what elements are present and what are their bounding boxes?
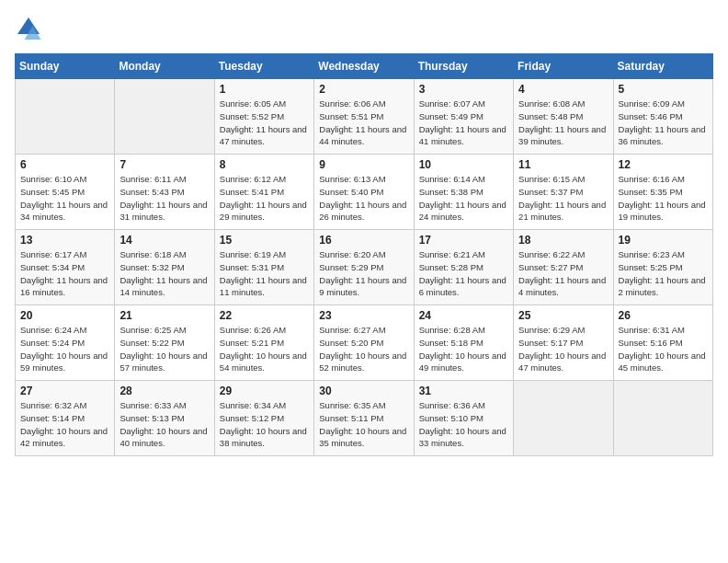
day-info: Sunrise: 6:08 AMSunset: 5:48 PMDaylight:… <box>518 98 608 148</box>
day-info: Sunrise: 6:20 AMSunset: 5:29 PMDaylight:… <box>319 248 408 299</box>
calendar-cell: 8Sunrise: 6:12 AMSunset: 5:41 PMDaylight… <box>214 155 313 230</box>
calendar-header: SundayMondayTuesdayWednesdayThursdayFrid… <box>16 54 713 79</box>
calendar-week: 1Sunrise: 6:05 AMSunset: 5:52 PMDaylight… <box>16 79 713 155</box>
day-info: Sunrise: 6:31 AMSunset: 5:16 PMDaylight:… <box>619 324 708 374</box>
calendar-week: 13Sunrise: 6:17 AMSunset: 5:34 PMDayligh… <box>16 230 713 305</box>
day-number: 30 <box>319 385 408 397</box>
calendar-cell: 25Sunrise: 6:29 AMSunset: 5:17 PMDayligh… <box>514 305 613 381</box>
calendar-table: SundayMondayTuesdayWednesdayThursdayFrid… <box>15 53 713 456</box>
day-info: Sunrise: 6:35 AMSunset: 5:11 PMDaylight:… <box>319 399 408 450</box>
day-number: 14 <box>119 234 209 247</box>
day-number: 16 <box>319 234 408 247</box>
calendar-cell: 21Sunrise: 6:25 AMSunset: 5:22 PMDayligh… <box>115 305 214 381</box>
calendar-cell: 3Sunrise: 6:07 AMSunset: 5:49 PMDaylight… <box>414 79 513 155</box>
page-header <box>15 15 713 42</box>
day-number: 12 <box>619 158 708 171</box>
day-info: Sunrise: 6:36 AMSunset: 5:10 PMDaylight:… <box>419 399 508 450</box>
calendar-cell: 18Sunrise: 6:22 AMSunset: 5:27 PMDayligh… <box>514 230 613 305</box>
calendar-cell: 4Sunrise: 6:08 AMSunset: 5:48 PMDaylight… <box>514 79 613 155</box>
day-number: 4 <box>518 83 608 96</box>
calendar-cell: 13Sunrise: 6:17 AMSunset: 5:34 PMDayligh… <box>16 230 115 305</box>
logo <box>15 15 44 42</box>
calendar-cell: 26Sunrise: 6:31 AMSunset: 5:16 PMDayligh… <box>613 305 712 381</box>
calendar-cell: 9Sunrise: 6:13 AMSunset: 5:40 PMDaylight… <box>314 155 414 230</box>
calendar-week: 6Sunrise: 6:10 AMSunset: 5:45 PMDaylight… <box>16 155 713 230</box>
calendar-week: 27Sunrise: 6:32 AMSunset: 5:14 PMDayligh… <box>16 381 713 456</box>
day-number: 19 <box>619 234 708 247</box>
day-info: Sunrise: 6:09 AMSunset: 5:46 PMDaylight:… <box>619 98 708 148</box>
day-number: 13 <box>20 234 109 247</box>
day-info: Sunrise: 6:06 AMSunset: 5:51 PMDaylight:… <box>319 98 408 148</box>
day-info: Sunrise: 6:19 AMSunset: 5:31 PMDaylight:… <box>220 248 309 299</box>
calendar-cell: 14Sunrise: 6:18 AMSunset: 5:32 PMDayligh… <box>115 230 214 305</box>
day-info: Sunrise: 6:16 AMSunset: 5:35 PMDaylight:… <box>619 173 708 224</box>
day-number: 18 <box>518 234 608 247</box>
calendar-cell: 12Sunrise: 6:16 AMSunset: 5:35 PMDayligh… <box>613 155 712 230</box>
header-day: Wednesday <box>314 54 414 79</box>
calendar-cell <box>514 381 613 456</box>
calendar-cell: 15Sunrise: 6:19 AMSunset: 5:31 PMDayligh… <box>214 230 313 305</box>
calendar-cell <box>16 79 115 155</box>
calendar-cell: 20Sunrise: 6:24 AMSunset: 5:24 PMDayligh… <box>16 305 115 381</box>
calendar-cell: 22Sunrise: 6:26 AMSunset: 5:21 PMDayligh… <box>214 305 313 381</box>
calendar-cell <box>613 381 712 456</box>
day-info: Sunrise: 6:28 AMSunset: 5:18 PMDaylight:… <box>419 324 508 374</box>
calendar-cell: 23Sunrise: 6:27 AMSunset: 5:20 PMDayligh… <box>314 305 414 381</box>
calendar-cell: 28Sunrise: 6:33 AMSunset: 5:13 PMDayligh… <box>115 381 214 456</box>
day-info: Sunrise: 6:23 AMSunset: 5:25 PMDaylight:… <box>619 248 708 299</box>
day-number: 7 <box>119 158 209 171</box>
header-day: Thursday <box>414 54 513 79</box>
day-info: Sunrise: 6:26 AMSunset: 5:21 PMDaylight:… <box>220 324 309 374</box>
calendar-cell: 24Sunrise: 6:28 AMSunset: 5:18 PMDayligh… <box>414 305 513 381</box>
day-info: Sunrise: 6:15 AMSunset: 5:37 PMDaylight:… <box>518 173 608 224</box>
day-number: 21 <box>119 309 209 322</box>
day-number: 31 <box>419 385 508 397</box>
day-info: Sunrise: 6:07 AMSunset: 5:49 PMDaylight:… <box>419 98 508 148</box>
day-number: 5 <box>619 83 708 96</box>
calendar-cell: 10Sunrise: 6:14 AMSunset: 5:38 PMDayligh… <box>414 155 513 230</box>
day-info: Sunrise: 6:17 AMSunset: 5:34 PMDaylight:… <box>20 248 109 299</box>
calendar-cell: 6Sunrise: 6:10 AMSunset: 5:45 PMDaylight… <box>16 155 115 230</box>
calendar-week: 20Sunrise: 6:24 AMSunset: 5:24 PMDayligh… <box>16 305 713 381</box>
header-day: Saturday <box>613 54 712 79</box>
day-number: 15 <box>220 234 309 247</box>
day-info: Sunrise: 6:34 AMSunset: 5:12 PMDaylight:… <box>220 399 309 450</box>
day-info: Sunrise: 6:22 AMSunset: 5:27 PMDaylight:… <box>518 248 608 299</box>
day-number: 23 <box>319 309 408 322</box>
day-info: Sunrise: 6:13 AMSunset: 5:40 PMDaylight:… <box>319 173 408 224</box>
day-info: Sunrise: 6:14 AMSunset: 5:38 PMDaylight:… <box>419 173 508 224</box>
calendar-cell: 2Sunrise: 6:06 AMSunset: 5:51 PMDaylight… <box>314 79 414 155</box>
day-number: 10 <box>419 158 508 171</box>
calendar-cell <box>115 79 214 155</box>
calendar-cell: 27Sunrise: 6:32 AMSunset: 5:14 PMDayligh… <box>16 381 115 456</box>
day-info: Sunrise: 6:27 AMSunset: 5:20 PMDaylight:… <box>319 324 408 374</box>
day-number: 17 <box>419 234 508 247</box>
day-info: Sunrise: 6:05 AMSunset: 5:52 PMDaylight:… <box>220 98 309 148</box>
header-day: Monday <box>115 54 214 79</box>
day-number: 25 <box>518 309 608 322</box>
header-day: Tuesday <box>214 54 313 79</box>
logo-icon <box>15 15 42 42</box>
day-number: 20 <box>20 309 109 322</box>
calendar-cell: 29Sunrise: 6:34 AMSunset: 5:12 PMDayligh… <box>214 381 313 456</box>
day-info: Sunrise: 6:12 AMSunset: 5:41 PMDaylight:… <box>220 173 309 224</box>
day-number: 26 <box>619 309 708 322</box>
day-info: Sunrise: 6:18 AMSunset: 5:32 PMDaylight:… <box>119 248 209 299</box>
header-day: Friday <box>514 54 613 79</box>
calendar-cell: 16Sunrise: 6:20 AMSunset: 5:29 PMDayligh… <box>314 230 414 305</box>
header-day: Sunday <box>16 54 115 79</box>
day-info: Sunrise: 6:24 AMSunset: 5:24 PMDaylight:… <box>20 324 109 374</box>
calendar-cell: 31Sunrise: 6:36 AMSunset: 5:10 PMDayligh… <box>414 381 513 456</box>
day-info: Sunrise: 6:11 AMSunset: 5:43 PMDaylight:… <box>119 173 209 224</box>
day-number: 27 <box>20 385 109 397</box>
calendar-cell: 19Sunrise: 6:23 AMSunset: 5:25 PMDayligh… <box>613 230 712 305</box>
day-number: 28 <box>119 385 209 397</box>
calendar-cell: 11Sunrise: 6:15 AMSunset: 5:37 PMDayligh… <box>514 155 613 230</box>
calendar-cell: 5Sunrise: 6:09 AMSunset: 5:46 PMDaylight… <box>613 79 712 155</box>
day-number: 2 <box>319 83 408 96</box>
day-number: 3 <box>419 83 508 96</box>
svg-marker-0 <box>17 17 40 34</box>
day-number: 22 <box>220 309 309 322</box>
day-info: Sunrise: 6:25 AMSunset: 5:22 PMDaylight:… <box>119 324 209 374</box>
day-number: 1 <box>220 83 309 96</box>
